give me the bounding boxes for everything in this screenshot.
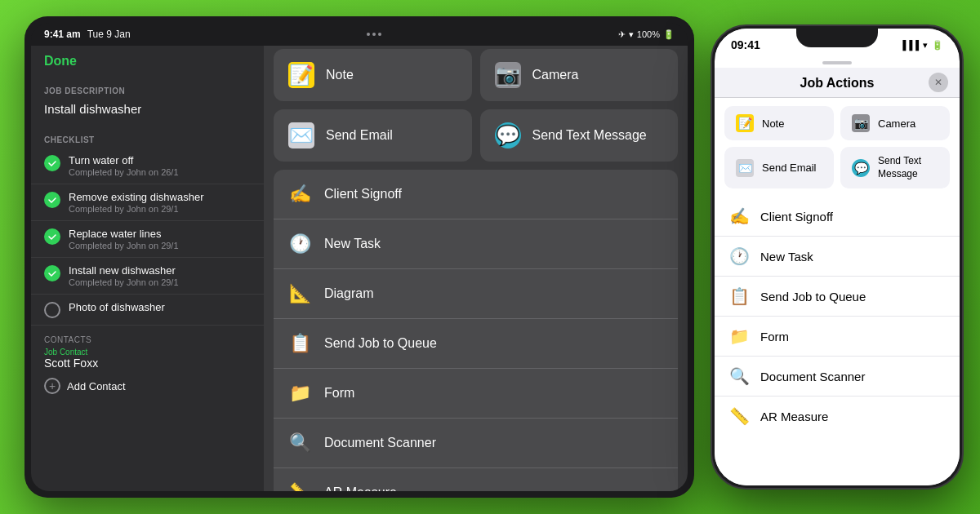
phone-ar-measure-label: AR Measure <box>760 410 828 423</box>
checklist-item-3: Replace water lines Completed by John on… <box>31 221 264 258</box>
phone-send-job-queue-icon: 📋 <box>728 286 751 306</box>
phone-form-label: Form <box>760 330 789 343</box>
diagram-label: Diagram <box>324 286 373 301</box>
tablet-modal: Job Actions ✕ 📝 Note <box>264 46 688 491</box>
checklist-sub-4: Completed by John on 29/1 <box>69 277 251 287</box>
check-circle-4 <box>44 265 60 281</box>
send-email-label: Send Email <box>326 128 393 143</box>
document-scanner-label: Document Scanner <box>324 436 436 450</box>
phone-new-task-label: New Task <box>760 250 813 264</box>
phone-document-scanner-label: Document Scanner <box>760 370 865 383</box>
tablet-modal-list: ✍️ Client Signoff 🕐 New Task 📐 Diagram <box>274 170 678 491</box>
check-circle-2 <box>44 192 60 208</box>
camera-icon: 📷 <box>493 60 523 90</box>
phone-send-text-label: Send TextMessage <box>878 155 921 180</box>
phone-camera-icon: 📷 <box>850 114 871 132</box>
phone-status-icons: ▐▐▐ ▾ 🔋 <box>900 40 943 51</box>
phone-drag-handle <box>822 61 852 64</box>
checklist-sub-1: Completed by John on 26/1 <box>69 167 251 177</box>
client-signoff-label: Client Signoff <box>324 187 402 202</box>
check-circle-1 <box>44 155 60 171</box>
tablet-status-icons: ✈ ▾ 100% 🔋 <box>618 29 675 40</box>
phone-modal-close-button[interactable]: ✕ <box>929 73 948 92</box>
phone-form-icon: 📁 <box>728 326 751 346</box>
camera-label: Camera <box>532 68 579 82</box>
phone-note-label: Note <box>762 117 784 130</box>
phone-send-text-icon: 💬 <box>850 159 871 177</box>
phone-send-email-icon: ✉️ <box>734 159 755 177</box>
phone-camera-button[interactable]: 📷 Camera <box>840 106 950 140</box>
add-contact-icon: + <box>44 378 60 394</box>
add-contact-button[interactable]: + Add Contact <box>44 378 251 394</box>
tablet-note-button[interactable]: 📝 Note <box>274 49 472 101</box>
tablet-status-bar: 9:41 am Tue 9 Jan ✈ ▾ 100% 🔋 <box>31 23 688 46</box>
client-signoff-button[interactable]: ✍️ Client Signoff <box>274 170 678 219</box>
phone-form-button[interactable]: 📁 Form <box>715 317 960 357</box>
checklist-sub-3: Completed by John on 29/1 <box>69 241 251 250</box>
modal-overlay: Job Actions ✕ 📝 Note <box>264 46 688 491</box>
phone-ar-measure-button[interactable]: 📏 AR Measure <box>715 397 960 436</box>
phone-client-signoff-icon: ✍️ <box>728 206 751 226</box>
send-job-to-queue-button[interactable]: 📋 Send Job to Queue <box>274 319 678 369</box>
send-job-icon: 📋 <box>287 330 313 357</box>
phone-document-scanner-button[interactable]: 🔍 Document Scanner <box>715 357 960 397</box>
send-job-label: Send Job to Queue <box>324 336 437 351</box>
note-icon: 📝 <box>287 60 316 90</box>
phone-send-text-button[interactable]: 💬 Send TextMessage <box>840 147 950 188</box>
phone-new-task-button[interactable]: 🕐 New Task <box>715 237 960 277</box>
send-email-icon: ✉️ <box>287 121 316 150</box>
diagram-button[interactable]: 📐 Diagram <box>274 269 678 319</box>
done-button[interactable]: Done <box>31 46 264 77</box>
diagram-icon: 📐 <box>287 281 313 307</box>
phone-document-scanner-icon: 🔍 <box>728 366 751 386</box>
checklist-item-5: Photo of dishwasher <box>31 295 264 326</box>
checklist-title-2: Remove existing dishwasher <box>69 191 251 203</box>
document-scanner-button[interactable]: 🔍 Document Scanner <box>274 419 678 468</box>
check-circle-3 <box>44 228 60 245</box>
tablet-date: Tue 9 Jan <box>87 29 131 40</box>
checklist-title-4: Install new dishwasher <box>69 264 251 277</box>
form-label: Form <box>324 386 354 401</box>
phone-notch <box>796 26 878 47</box>
phone-ar-measure-icon: 📏 <box>728 406 751 426</box>
phone-device: 09:41 ▐▐▐ ▾ 🔋 Job Actions ✕ 📝 Note <box>710 24 964 490</box>
tablet-time: 9:41 am <box>44 29 81 40</box>
phone-camera-label: Camera <box>878 117 915 130</box>
send-text-icon: 💬 <box>493 121 523 150</box>
checklist-label: CHECKLIST <box>31 126 264 148</box>
tablet-device: 9:41 am Tue 9 Jan ✈ ▾ 100% 🔋 Done JOB DE… <box>24 16 694 498</box>
ar-measure-label: AR Measure <box>324 485 397 491</box>
phone-send-email-label: Send Email <box>762 162 816 174</box>
form-icon: 📁 <box>287 380 313 406</box>
checklist-title-5: Photo of dishwasher <box>69 301 251 313</box>
new-task-button[interactable]: 🕐 New Task <box>274 219 678 269</box>
new-task-icon: 🕐 <box>287 231 313 257</box>
phone-send-job-queue-label: Send Job to Queue <box>760 290 866 304</box>
phone-modal-title: Job Actions <box>800 76 875 91</box>
tablet-main-content: Job Actions ✕ 📝 Note <box>264 46 688 491</box>
phone-send-job-queue-button[interactable]: 📋 Send Job to Queue <box>715 277 960 317</box>
tablet-dots <box>367 33 381 36</box>
phone-close-icon: ✕ <box>934 77 942 88</box>
tablet-modal-header: Job Actions ✕ <box>264 46 688 49</box>
client-signoff-icon: ✍️ <box>287 181 313 207</box>
checklist-sub-2: Completed by John on 29/1 <box>69 204 251 214</box>
phone-send-email-button[interactable]: ✉️ Send Email <box>724 147 834 188</box>
phone-new-task-icon: 🕐 <box>728 246 751 266</box>
new-task-label: New Task <box>324 237 381 251</box>
phone-modal-header: Job Actions ✕ <box>715 68 960 98</box>
tablet-battery: 100% <box>637 29 660 39</box>
tablet-sidebar: Done JOB DESCRIPTION Install dishwasher … <box>31 46 264 491</box>
note-label: Note <box>326 68 354 82</box>
tablet-send-text-button[interactable]: 💬 Send Text Message <box>480 109 679 162</box>
checklist-item-1: Turn water off Completed by John on 26/1 <box>31 148 264 184</box>
form-button[interactable]: 📁 Form <box>274 369 678 419</box>
contacts-section: CONTACTS Job Contact Scott Foxx + Add Co… <box>31 326 264 404</box>
tablet-modal-top-grid: 📝 Note 📷 Camera <box>264 49 688 170</box>
phone-note-button[interactable]: 📝 Note <box>724 106 834 140</box>
ar-measure-button[interactable]: 📏 AR Measure <box>274 468 678 491</box>
phone-client-signoff-button[interactable]: ✍️ Client Signoff <box>715 197 960 237</box>
job-description-value: Install dishwasher <box>31 99 264 126</box>
tablet-send-email-button[interactable]: ✉️ Send Email <box>274 109 472 162</box>
tablet-camera-button[interactable]: 📷 Camera <box>480 49 679 101</box>
